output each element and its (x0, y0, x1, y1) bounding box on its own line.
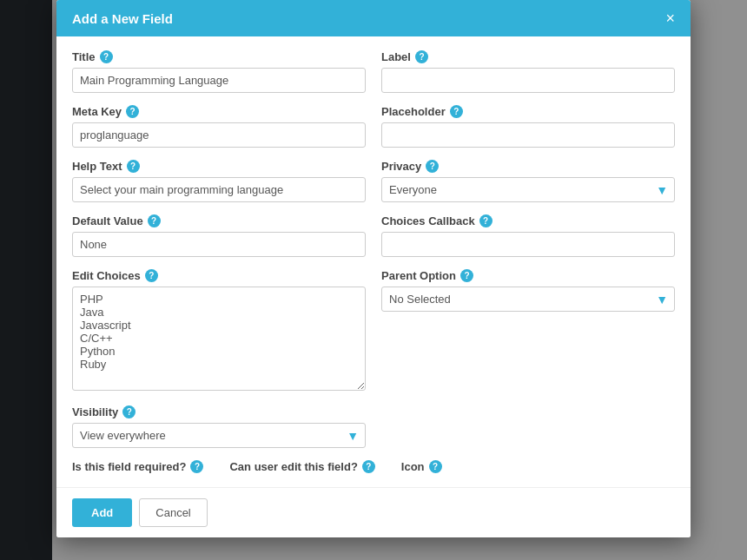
placeholder-label: Placeholder ? (381, 105, 675, 118)
edit-choices-label: Edit Choices ? (72, 269, 366, 282)
label-label: Label ? (381, 50, 675, 63)
edit-choices-parent-row: Edit Choices ? PHP Java Javascript C/C++… (72, 269, 675, 393)
help-text-input[interactable] (72, 177, 366, 202)
placeholder-input[interactable] (381, 122, 675, 148)
visibility-help-icon[interactable]: ? (122, 405, 136, 418)
parent-option-col: Parent Option ? No Selected ▼ (381, 269, 675, 393)
choices-callback-input[interactable] (381, 232, 675, 257)
default-choices-row: Default Value ? Choices Callback ? (72, 214, 675, 257)
privacy-col: Privacy ? Everyone Admins Only Members O… (381, 160, 675, 202)
close-button[interactable]: × (665, 10, 675, 26)
help-text-label: Help Text ? (72, 160, 366, 173)
meta-key-col: Meta Key ? (72, 105, 366, 148)
privacy-label: Privacy ? (381, 160, 675, 173)
add-button[interactable]: Add (72, 498, 132, 527)
modal-footer: Add Cancel (56, 487, 691, 537)
meta-key-help-icon[interactable]: ? (126, 105, 139, 118)
modal-body: Title ? Label ? Meta Key (56, 36, 691, 487)
helptext-privacy-row: Help Text ? Privacy ? Everyone Admins On… (72, 160, 675, 202)
icon-label: Icon (401, 460, 425, 473)
icon-help-icon[interactable]: ? (429, 460, 442, 473)
metakey-placeholder-row: Meta Key ? Placeholder ? (72, 105, 675, 148)
is-required-item: Is this field required? ? (72, 460, 203, 473)
parent-option-label: Parent Option ? (381, 269, 675, 282)
default-value-label: Default Value ? (72, 214, 366, 227)
add-field-modal: Add a New Field × Title ? Label ? (56, 0, 691, 537)
title-label: Title ? (72, 50, 366, 63)
edit-choices-help-icon[interactable]: ? (145, 269, 158, 282)
bottom-options-row: Is this field required? ? Can user edit … (72, 460, 675, 473)
visibility-select[interactable]: View everywhere Admins Only (72, 423, 366, 448)
label-input[interactable] (381, 68, 675, 93)
placeholder-col: Placeholder ? (381, 105, 675, 148)
title-col: Title ? (72, 50, 366, 93)
label-help-icon[interactable]: ? (415, 50, 428, 63)
label-col: Label ? (381, 50, 675, 93)
choices-callback-label: Choices Callback ? (381, 214, 675, 227)
edit-choices-col: Edit Choices ? PHP Java Javascript C/C++… (72, 269, 366, 393)
edit-choices-textarea[interactable]: PHP Java Javascript C/C++ Python Ruby (72, 287, 366, 391)
help-text-help-icon[interactable]: ? (127, 160, 140, 173)
can-user-edit-item: Can user edit this field? ? (229, 460, 374, 473)
can-user-edit-label: Can user edit this field? (229, 460, 357, 473)
visibility-row: Visibility ? View everywhere Admins Only… (72, 405, 675, 448)
privacy-select[interactable]: Everyone Admins Only Members Only (381, 177, 675, 202)
parent-option-help-icon[interactable]: ? (460, 269, 473, 282)
modal-header: Add a New Field × (56, 0, 691, 36)
help-text-col: Help Text ? (72, 160, 366, 202)
placeholder-help-icon[interactable]: ? (450, 105, 463, 118)
default-value-input[interactable] (72, 232, 366, 257)
visibility-col: Visibility ? View everywhere Admins Only… (72, 405, 366, 448)
default-value-help-icon[interactable]: ? (148, 214, 161, 227)
visibility-label: Visibility ? (72, 405, 366, 418)
icon-item: Icon ? (401, 460, 442, 473)
meta-key-input[interactable] (72, 122, 366, 148)
visibility-empty-col (381, 405, 675, 448)
modal-title: Add a New Field (72, 11, 173, 26)
parent-option-select[interactable]: No Selected (381, 287, 675, 312)
default-value-col: Default Value ? (72, 214, 366, 257)
title-input[interactable] (72, 68, 366, 93)
privacy-help-icon[interactable]: ? (426, 160, 439, 173)
parent-option-select-wrapper: No Selected ▼ (381, 287, 675, 312)
meta-key-label: Meta Key ? (72, 105, 366, 118)
choices-callback-col: Choices Callback ? (381, 214, 675, 257)
is-required-help-icon[interactable]: ? (190, 460, 203, 473)
cancel-button[interactable]: Cancel (139, 498, 207, 527)
title-help-icon[interactable]: ? (100, 50, 113, 63)
can-user-edit-help-icon[interactable]: ? (362, 460, 375, 473)
title-label-row: Title ? Label ? (72, 50, 675, 93)
visibility-select-wrapper: View everywhere Admins Only ▼ (72, 423, 366, 448)
choices-callback-help-icon[interactable]: ? (479, 214, 492, 227)
is-required-label: Is this field required? (72, 460, 186, 473)
privacy-select-wrapper: Everyone Admins Only Members Only ▼ (381, 177, 675, 202)
